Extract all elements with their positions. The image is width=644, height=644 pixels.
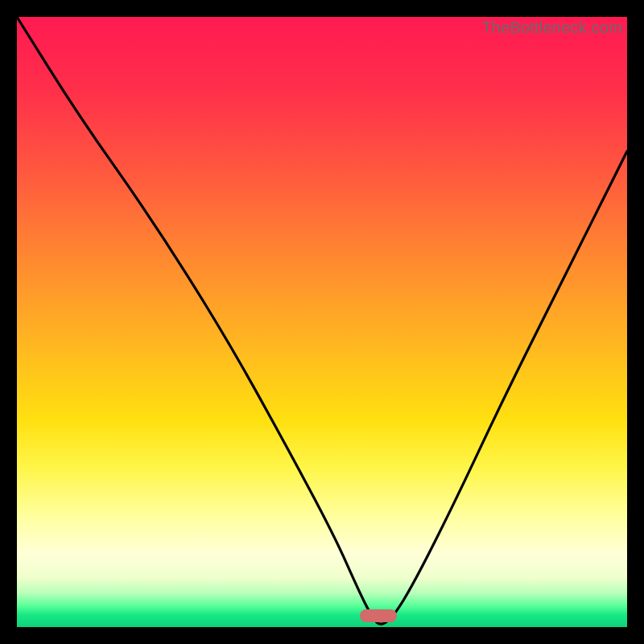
bottleneck-curve <box>17 17 627 627</box>
optimal-marker <box>360 609 397 622</box>
chart-frame: TheBottleneck.com <box>0 0 644 644</box>
plot-area: TheBottleneck.com <box>17 17 627 627</box>
curve-path <box>17 17 627 624</box>
